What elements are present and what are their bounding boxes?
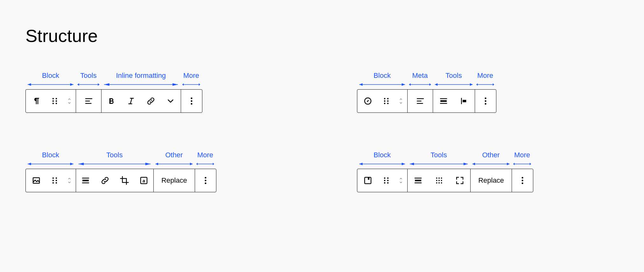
more-options-button[interactable] [475,90,496,112]
mover-buttons[interactable] [395,169,407,192]
label-more: More [475,71,496,80]
align-button[interactable] [76,90,101,112]
link-button[interactable] [95,169,115,192]
page-title: Structure [25,25,619,46]
labels-row: Block Tools Other More [25,151,287,166]
label-tools: Tools [76,71,101,80]
bold-button[interactable] [102,90,121,112]
example-paragraph: Block Tools Inline formatting More [25,71,287,113]
align-wide-button[interactable] [408,169,429,192]
more-options-button[interactable] [195,169,216,192]
labels-row: Block Tools Other More [357,151,619,166]
replace-button[interactable]: Replace [471,169,512,192]
example-image: Block Tools Other More Replace [25,151,287,192]
align-button[interactable] [408,90,433,112]
label-meta: Meta [407,71,433,80]
label-more: More [181,71,202,80]
more-options-button[interactable] [512,169,533,192]
toolbar-paragraph [25,89,202,113]
toolbar-gallery: Replace [357,169,533,192]
block-type-button[interactable] [357,169,378,192]
labels-row: Block Tools Inline formatting More [25,71,287,87]
label-other: Other [470,151,512,159]
justify-button[interactable] [454,90,475,112]
fullscreen-button[interactable] [449,169,470,192]
drag-handle[interactable] [378,169,395,192]
italic-button[interactable] [121,90,141,112]
toolbar-navigation [357,89,496,113]
drag-handle[interactable] [47,169,63,192]
label-block: Block [25,151,76,159]
align-wide-button[interactable] [433,90,454,112]
align-wide-button[interactable] [76,169,95,192]
block-type-button[interactable] [26,169,47,192]
mover-buttons[interactable] [63,90,76,112]
block-type-button[interactable] [26,90,47,112]
label-tools: Tools [433,71,475,80]
label-other: Other [153,151,195,159]
link-button[interactable] [141,90,161,112]
mover-buttons[interactable] [395,90,407,112]
grid-button[interactable] [429,169,450,192]
mover-buttons[interactable] [63,169,76,192]
text-overlay-button[interactable] [134,169,153,192]
label-tools: Tools [407,151,470,159]
crop-button[interactable] [115,169,134,192]
label-inline: Inline formatting [101,71,181,80]
more-options-button[interactable] [181,90,202,112]
labels-row: Block Meta Tools More [357,71,619,87]
replace-button[interactable]: Replace [154,169,195,192]
label-block: Block [25,71,76,80]
label-block: Block [357,71,407,80]
drag-handle[interactable] [378,90,395,112]
toolbar-image: Replace [25,169,216,192]
label-more: More [512,151,533,159]
more-formatting-button[interactable] [161,90,180,112]
label-tools: Tools [76,151,153,159]
example-gallery: Block Tools Other More Replace [357,151,619,192]
label-more: More [195,151,216,159]
label-block: Block [357,151,407,159]
example-navigation: Block Meta Tools More [357,71,619,113]
drag-handle[interactable] [47,90,63,112]
block-type-button[interactable] [357,90,378,112]
